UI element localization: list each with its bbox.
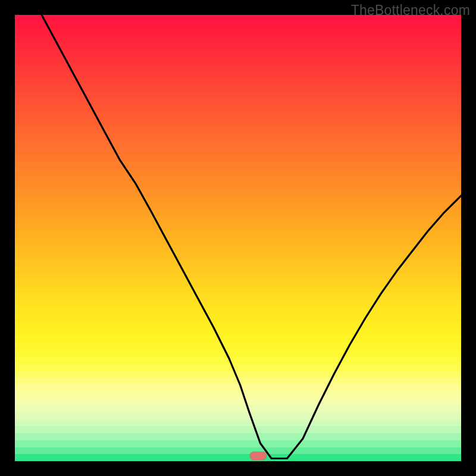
plot-area xyxy=(15,15,461,461)
minimum-marker xyxy=(250,452,267,460)
bottleneck-curve xyxy=(42,15,461,459)
chart-frame: TheBottleneck.com xyxy=(0,0,476,476)
watermark-text: TheBottleneck.com xyxy=(351,2,470,18)
curve-layer xyxy=(15,15,461,461)
